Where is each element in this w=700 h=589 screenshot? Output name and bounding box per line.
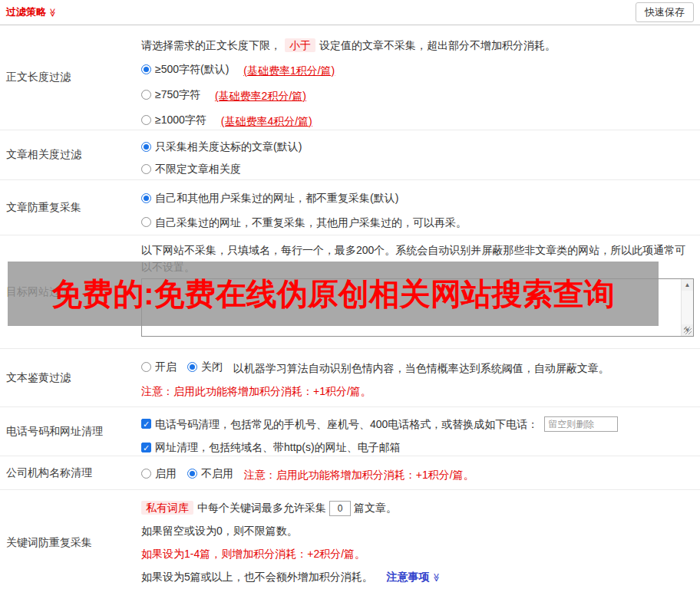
max-articles-input[interactable]	[329, 501, 351, 516]
notice-link-label: 注意事项	[387, 571, 430, 583]
row-label: 文本鉴黄过滤	[0, 349, 137, 406]
row-relevance-filter: 文章相关度过滤 只采集相关度达标的文章(默认) 不限定文章相关度	[0, 130, 700, 180]
option-label: ≥500字符(默认)	[155, 58, 229, 81]
radio-icon	[141, 217, 151, 227]
notice-link[interactable]: 注意事项≫	[387, 571, 441, 583]
keyword-limit-line: 私有词库中每个关键词最多允许采集篇文章。	[141, 496, 694, 519]
radio-option-porn-on[interactable]: 开启	[141, 355, 177, 378]
option-line: 自己和其他用户采集过的网址，都不重复采集(默认)	[141, 186, 694, 211]
row-content: 电话号码清理，包括常见的手机号、座机号、400电话格式，或替换成如下电话： 网址…	[137, 407, 700, 456]
quick-save-button[interactable]: 快速保存	[636, 2, 694, 22]
checkbox-icon	[141, 419, 151, 429]
radio-icon	[141, 469, 151, 479]
row-phone-cleanup: 电话号码和网址清理 电话号码清理，包括常见的手机号、座机号、400电话格式，或替…	[0, 407, 700, 456]
keyword-limit-text-post: 篇文章。	[354, 502, 397, 514]
textarea-resize-handle[interactable]	[684, 327, 692, 334]
option-label: 自己和其他用户采集过的网址，都不重复采集(默认)	[155, 186, 398, 209]
keyword-note-five-text: 如果设为5篇或以上，也不会额外增加积分消耗。	[141, 571, 373, 583]
option-label: 网址清理，包括纯域名、带http(s)的网址、电子邮箱	[155, 436, 401, 459]
option-label: 只采集相关度达标的文章(默认)	[155, 137, 302, 157]
option-label: 开启	[155, 355, 177, 378]
keyword-note-cost: 如果设为1-4篇，则增加积分消耗：+2积分/篇。	[141, 542, 694, 565]
keyword-limit-text: 中每个关键词最多允许采集	[197, 502, 326, 514]
row-content: 自己和其他用户采集过的网址，都不重复采集(默认) 自己采集过的网址，不重复采集，…	[137, 180, 700, 235]
radio-option-500-chars[interactable]: ≥500字符(默认)	[141, 58, 229, 81]
radio-icon	[141, 90, 151, 100]
row-length-filter: 正文长度过滤 请选择需求的正文长度下限，小于设定值的文章不采集，超出部分不增加积…	[0, 25, 700, 130]
row-label: 正文长度过滤	[0, 25, 137, 130]
radio-icon	[141, 142, 151, 152]
option-line: 网址清理，包括纯域名、带http(s)的网址、电子邮箱	[141, 436, 694, 459]
keyword-note-five: 如果设为5篇或以上，也不会额外增加积分消耗。 注意事项≫	[141, 565, 694, 589]
row-keyword-dedup: 关键词防重复采集 私有词库中每个关键词最多允许采集篇文章。 如果留空或设为0，则…	[0, 490, 700, 589]
option-line: 只采集相关度达标的文章(默认)	[141, 137, 694, 159]
highlight-less-than: 小于	[285, 38, 315, 52]
option-label: 不启用	[201, 462, 233, 484]
radio-icon	[141, 193, 151, 203]
checkbox-url-cleanup[interactable]: 网址清理，包括纯域名、带http(s)的网址、电子邮箱	[141, 436, 401, 459]
length-filter-intro: 请选择需求的正文长度下限，小于设定值的文章不采集，超出部分不增加积分消耗。	[141, 34, 694, 58]
row-content: 私有词库中每个关键词最多允许采集篇文章。 如果留空或设为0，则不限篇数。 如果设…	[137, 490, 700, 589]
page-title[interactable]: 过滤策略 ≫	[6, 5, 58, 19]
radio-icon	[141, 115, 151, 125]
intro-text-pre: 请选择需求的正文长度下限，	[141, 39, 281, 51]
rate-note: (基础费率4积分/篇)	[221, 115, 312, 127]
row-label: 关键词防重复采集	[0, 490, 137, 589]
ad-overlay-text: 免费的:免费在线伪原创相关网站搜索查询	[51, 273, 614, 315]
option-label: ≥750字符	[155, 83, 200, 107]
porn-filter-note: 注意：启用此功能将增加积分消耗：+1积分/篇。	[141, 380, 694, 403]
option-line: ≥500字符(默认) (基础费率1积分/篇)	[141, 58, 694, 83]
radio-option-1000-chars[interactable]: ≥1000字符	[141, 108, 206, 132]
radio-option-porn-off[interactable]: 关闭	[187, 355, 223, 378]
private-lexicon-highlight[interactable]: 私有词库	[141, 501, 193, 515]
radio-icon	[141, 164, 151, 174]
radio-option-dedup-all-users[interactable]: 自己和其他用户采集过的网址，都不重复采集(默认)	[141, 186, 398, 209]
rate-note: (基础费率2积分/篇)	[215, 90, 306, 102]
option-label: ≥1000字符	[155, 108, 206, 132]
header-bar: 过滤策略 ≫ 快速保存	[0, 0, 700, 25]
radio-option-relevance-required[interactable]: 只采集相关度达标的文章(默认)	[141, 137, 302, 157]
radio-option-750-chars[interactable]: ≥750字符	[141, 83, 200, 107]
radio-option-relevance-unlimited[interactable]: 不限定文章相关度	[141, 159, 241, 179]
row-label: 公司机构名称清理	[0, 456, 137, 489]
notice-chevron-icon: ≫	[424, 573, 447, 582]
row-dedup-filter: 文章防重复采集 自己和其他用户采集过的网址，都不重复采集(默认) 自己采集过的网…	[0, 180, 700, 235]
option-line: 不限定文章相关度	[141, 159, 694, 181]
keyword-note-zero: 如果留空或设为0，则不限篇数。	[141, 519, 694, 542]
radio-option-company-on[interactable]: 启用	[141, 462, 177, 484]
row-content: 请选择需求的正文长度下限，小于设定值的文章不采集，超出部分不增加积分消耗。 ≥5…	[137, 25, 700, 130]
scroll-up-icon[interactable]: ▲	[682, 279, 693, 291]
row-content: 启用 不启用 注意：启用此功能将增加积分消耗：+1积分/篇。	[137, 456, 700, 489]
option-label: 电话号码清理，包括常见的手机号、座机号、400电话格式，或替换成如下电话：	[155, 413, 538, 436]
row-label: 文章相关度过滤	[0, 130, 137, 179]
ad-overlay-banner[interactable]: 免费的:免费在线伪原创相关网站搜索查询	[8, 262, 659, 326]
replacement-phone-input[interactable]	[544, 416, 618, 432]
intro-text-post: 设定值的文章不采集，超出部分不增加积分消耗。	[319, 39, 556, 51]
porn-filter-description: 以机器学习算法自动识别色情内容，当色情概率达到系统阈值，自动屏蔽文章。	[233, 362, 609, 374]
collapse-chevron-icon: ≫	[48, 8, 58, 17]
row-content: 只采集相关度达标的文章(默认) 不限定文章相关度	[137, 130, 700, 179]
checkbox-icon	[141, 443, 151, 452]
radio-icon	[141, 362, 151, 372]
radio-icon	[187, 362, 197, 372]
option-line: 自己采集过的网址，不重复采集，其他用户采集过的，可以再采。	[141, 211, 694, 235]
row-content: 开启 关闭 以机器学习算法自动识别色情内容，当色情概率达到系统阈值，自动屏蔽文章…	[137, 349, 700, 406]
option-line: 电话号码清理，包括常见的手机号、座机号、400电话格式，或替换成如下电话：	[141, 412, 694, 436]
option-label: 启用	[155, 462, 177, 484]
option-label: 自己采集过的网址，不重复采集，其他用户采集过的，可以再采。	[155, 211, 467, 234]
option-line: 开启 关闭 以机器学习算法自动识别色情内容，当色情概率达到系统阈值，自动屏蔽文章…	[141, 355, 694, 380]
row-label: 文章防重复采集	[0, 180, 137, 235]
option-label: 不限定文章相关度	[155, 159, 241, 179]
radio-option-company-off[interactable]: 不启用	[187, 462, 233, 484]
radio-option-dedup-self-only[interactable]: 自己采集过的网址，不重复采集，其他用户采集过的，可以再采。	[141, 211, 467, 234]
row-porn-filter: 文本鉴黄过滤 开启 关闭 以机器学习算法自动识别色情内容，当色情概率达到系统阈值…	[0, 349, 700, 407]
radio-icon	[141, 64, 151, 74]
page-title-label: 过滤策略	[6, 5, 46, 19]
option-label: 关闭	[201, 355, 223, 378]
row-company-cleanup: 公司机构名称清理 启用 不启用 注意：启用此功能将增加积分消耗：+1积分/篇。	[0, 456, 700, 490]
checkbox-phone-cleanup[interactable]: 电话号码清理，包括常见的手机号、座机号、400电话格式，或替换成如下电话：	[141, 413, 538, 436]
rate-note: (基础费率1积分/篇)	[243, 64, 335, 77]
option-line: ≥750字符 (基础费率2积分/篇)	[141, 83, 694, 108]
filter-settings-page: 过滤策略 ≫ 快速保存 正文长度过滤 请选择需求的正文长度下限，小于设定值的文章…	[0, 0, 700, 589]
row-label: 电话号码和网址清理	[0, 407, 137, 456]
